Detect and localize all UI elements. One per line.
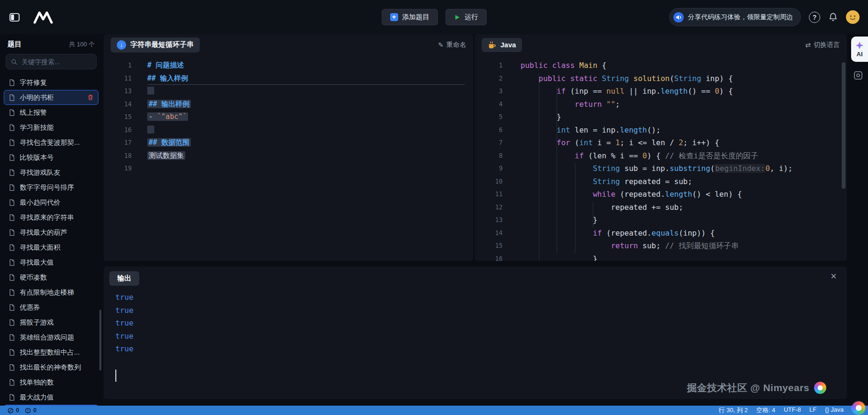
markdown-line: 18测试数据集 [104, 149, 473, 163]
encoding[interactable]: UTF-8 [784, 406, 801, 415]
sidebar-item[interactable]: 寻找游戏队友 [4, 165, 98, 180]
problem-label: 硬币凑数 [20, 273, 47, 282]
sidebar-item[interactable]: 小明的书柜 [4, 90, 98, 105]
markdown-panel: ↓ 字符串最短循环子串 ✎ 重命名 1# 问题描述11## 输入样例1314##… [104, 34, 473, 261]
switch-language-button[interactable]: ⇄ 切换语言 [805, 41, 840, 49]
sidebar-item[interactable]: 有点限制地走楼梯 [4, 285, 98, 300]
document-icon [8, 229, 15, 236]
error-count: 0 [16, 407, 19, 414]
code-line: 7 for (int i = 1; i <= len / 2; i++) { [475, 136, 847, 149]
problem-title: 字符串最短循环子串 [130, 40, 194, 49]
sidebar-item[interactable]: 字符修复 [4, 75, 98, 90]
sidebar-item[interactable]: 数字字母问号排序 [4, 180, 98, 195]
sidebar-item[interactable]: 学习新技能 [4, 120, 98, 135]
sidebar-toggle-button[interactable] [8, 11, 21, 23]
indent-guide [575, 163, 575, 253]
sidebar-item[interactable]: 最大战力值 [4, 390, 98, 405]
run-button[interactable]: 运行 [445, 9, 487, 25]
problem-label: 最小趋同代价 [20, 198, 60, 207]
sparkle-icon [855, 41, 864, 50]
document-icon [8, 379, 15, 386]
document-icon [8, 139, 15, 146]
document-icon [8, 214, 15, 221]
line-number: 14 [475, 227, 503, 240]
megaphone-icon [673, 12, 684, 22]
eol-setting[interactable]: LF [809, 406, 816, 415]
sidebar-item[interactable]: 寻找原来的字符串 [4, 210, 98, 225]
status-bar: 0 0 行 30, 列 2 空格: 4 UTF-8 LF {} Java [0, 406, 868, 415]
sidebar-item[interactable]: 摇骰子游戏 [4, 315, 98, 330]
rename-label: 重命名 [446, 41, 466, 49]
problem-title-chip[interactable]: ↓ 字符串最短循环子串 [111, 37, 200, 52]
app-logo[interactable] [33, 10, 53, 25]
watermark-text: 掘金技术社区 @ Nimyears [687, 381, 809, 394]
sidebar-item[interactable]: 字符串最短循环子串 [4, 405, 98, 406]
trash-icon[interactable] [87, 94, 94, 101]
sidebar-scrollbar[interactable] [99, 310, 101, 371]
avatar[interactable] [846, 10, 860, 24]
markdown-line: 13 [104, 85, 473, 98]
sidebar-item[interactable]: 找出最长的神奇数列 [4, 360, 98, 375]
line-number: 16 [104, 124, 132, 137]
language-mode[interactable]: {} Java [825, 406, 844, 415]
problem-label: 找单独的数 [20, 378, 54, 387]
search-input[interactable] [21, 58, 91, 66]
juejin-ai-logo-icon [814, 382, 826, 394]
document-icon [8, 394, 15, 401]
markdown-line: 16 [104, 124, 473, 137]
sidebar-item[interactable]: 英雄组合游戏问题 [4, 330, 98, 345]
line-number: 3 [475, 85, 503, 98]
output-tab[interactable]: 输出 [109, 271, 139, 286]
sidebar-title: 题目 [8, 40, 22, 49]
output-content[interactable]: truetruetruetruetrue [104, 267, 847, 356]
rename-button[interactable]: ✎ 重命名 [438, 41, 466, 49]
problem-label: 线上报警 [20, 108, 47, 117]
sidebar-item[interactable]: 找单独的数 [4, 375, 98, 390]
widget-icon[interactable] [853, 70, 863, 81]
sidebar-item[interactable]: 硬币凑数 [4, 270, 98, 285]
sidebar-item[interactable]: 寻找最大的葫芦 [4, 225, 98, 240]
language-chip[interactable]: Java [482, 38, 522, 52]
add-problem-button[interactable]: + 添加题目 [382, 9, 438, 25]
help-icon[interactable]: ? [809, 12, 820, 23]
line-number: 2 [475, 72, 503, 85]
code-panel: Java ⇄ 切换语言 1public class Main {2 public… [475, 34, 847, 261]
document-icon [8, 304, 15, 311]
ai-float-button[interactable] [852, 401, 865, 415]
problem-label: 找出最长的神奇数列 [20, 363, 81, 372]
search-box[interactable] [6, 54, 97, 69]
sidebar-item[interactable]: 线上报警 [4, 105, 98, 120]
code-line: 11 while (repeated.length() < len) { [475, 188, 847, 201]
promo-text: 分享代码练习体验，领限量定制周边 [688, 13, 793, 22]
close-icon[interactable]: × [830, 271, 837, 282]
line-number: 4 [475, 98, 503, 111]
sidebar-item[interactable]: 找出整型数组中占... [4, 345, 98, 360]
indent-setting[interactable]: 空格: 4 [756, 406, 775, 415]
code-scrollbar[interactable] [842, 62, 845, 189]
error-count-icon[interactable] [8, 408, 14, 414]
sidebar-item[interactable]: 寻找包含斐波那契... [4, 135, 98, 150]
sidebar-item[interactable]: 比较版本号 [4, 150, 98, 165]
sidebar-item[interactable]: 寻找最大面积 [4, 240, 98, 255]
line-number: 13 [104, 85, 132, 98]
promo-banner[interactable]: 分享代码练习体验，领限量定制周边 [669, 8, 801, 26]
markdown-editor[interactable]: 1# 问题描述11## 输入样例1314## 输出样例15- `"abc"`16… [104, 55, 473, 175]
document-icon [8, 364, 15, 371]
run-label: 运行 [465, 13, 478, 22]
document-icon [8, 109, 15, 116]
ai-label: AI [857, 51, 863, 58]
warning-count-icon[interactable] [25, 408, 31, 414]
cursor-position[interactable]: 行 30, 列 2 [719, 406, 748, 415]
ai-assistant-button[interactable]: AI [851, 37, 868, 62]
document-icon [8, 94, 15, 101]
notifications-icon[interactable] [828, 12, 838, 22]
sidebar-item[interactable]: 寻找最大值 [4, 255, 98, 270]
line-number: 13 [475, 214, 503, 227]
sidebar-item[interactable]: 优惠券 [4, 300, 98, 315]
problem-label: 学习新技能 [20, 123, 54, 132]
sidebar-item[interactable]: 最小趋同代价 [4, 195, 98, 210]
problem-label: 寻找最大面积 [20, 243, 60, 252]
code-editor[interactable]: 1public class Main {2 public static Stri… [475, 55, 847, 261]
document-icon [8, 289, 15, 296]
document-icon [8, 349, 15, 356]
